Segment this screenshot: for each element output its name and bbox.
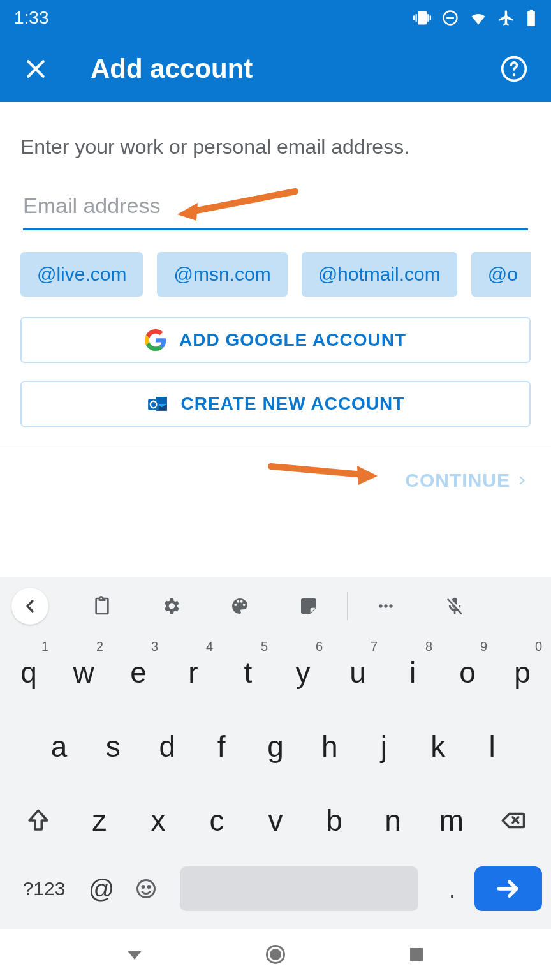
continue-label: CONTINUE xyxy=(405,470,510,491)
wifi-icon xyxy=(469,9,487,27)
status-icons xyxy=(413,9,537,27)
key-o[interactable]: 9o xyxy=(440,635,495,709)
key-v[interactable]: v xyxy=(246,783,305,858)
chip-outlook[interactable]: @o xyxy=(471,252,531,297)
svg-point-15 xyxy=(270,949,281,960)
svg-rect-16 xyxy=(410,948,423,961)
key-u[interactable]: 7u xyxy=(330,635,385,709)
space-key[interactable] xyxy=(180,866,418,911)
key-d[interactable]: d xyxy=(140,709,195,783)
palette-icon[interactable] xyxy=(205,587,274,625)
symbols-key[interactable]: ?123 xyxy=(9,866,79,911)
nav-back-button[interactable] xyxy=(121,940,149,969)
key-g[interactable]: g xyxy=(249,709,303,783)
at-key[interactable]: @ xyxy=(79,866,124,911)
page-title: Add account xyxy=(91,54,500,84)
email-input-wrap xyxy=(20,184,531,230)
battery-icon xyxy=(525,9,537,27)
svg-point-10 xyxy=(389,604,392,607)
kb-row-1: 1q2w3e4r5t6y7u8i9o0p xyxy=(0,635,551,709)
key-s[interactable]: s xyxy=(86,709,140,783)
key-t[interactable]: 5t xyxy=(221,635,276,709)
google-icon xyxy=(145,329,166,351)
key-y[interactable]: 6y xyxy=(276,635,330,709)
status-bar: 1:33 xyxy=(0,0,551,36)
chip-msn[interactable]: @msn.com xyxy=(157,252,287,297)
key-h[interactable]: h xyxy=(302,709,356,783)
main-content: Enter your work or personal email addres… xyxy=(0,102,551,516)
svg-point-3 xyxy=(513,73,515,76)
status-time: 1:33 xyxy=(14,8,49,28)
kb-row-3: zxcvbnm xyxy=(0,783,551,858)
svg-point-12 xyxy=(142,886,144,888)
kb-row-bottom: ?123 @ . xyxy=(0,861,551,916)
chevron-right-icon xyxy=(517,475,528,486)
create-account-button[interactable]: CREATE NEW ACCOUNT xyxy=(20,381,531,427)
key-q[interactable]: 1q xyxy=(1,635,56,709)
email-input[interactable] xyxy=(23,184,528,230)
more-icon[interactable] xyxy=(351,587,420,625)
continue-row: CONTINUE xyxy=(20,445,531,516)
svg-point-8 xyxy=(379,604,382,607)
app-header: Add account xyxy=(0,36,551,102)
svg-point-9 xyxy=(384,604,387,607)
prompt-text: Enter your work or personal email addres… xyxy=(20,135,531,159)
key-x[interactable]: x xyxy=(129,783,187,858)
key-k[interactable]: k xyxy=(411,709,465,783)
keyboard-toolbar xyxy=(0,577,551,635)
clipboard-icon[interactable] xyxy=(68,587,136,625)
add-google-button[interactable]: ADD GOOGLE ACCOUNT xyxy=(20,317,531,363)
sticker-icon[interactable] xyxy=(274,587,343,625)
enter-key[interactable] xyxy=(474,866,542,911)
key-m[interactable]: m xyxy=(422,783,481,858)
key-r[interactable]: 4r xyxy=(166,635,221,709)
key-e[interactable]: 3e xyxy=(111,635,166,709)
key-n[interactable]: n xyxy=(364,783,422,858)
vibrate-icon xyxy=(413,9,431,27)
mic-off-icon[interactable] xyxy=(420,587,489,625)
key-p[interactable]: 0p xyxy=(495,635,550,709)
airplane-icon xyxy=(497,9,515,27)
kb-separator xyxy=(347,592,348,620)
key-l[interactable]: l xyxy=(465,709,519,783)
key-b[interactable]: b xyxy=(305,783,364,858)
key-z[interactable]: z xyxy=(70,783,129,858)
kb-collapse-button[interactable] xyxy=(11,588,48,625)
nav-recent-button[interactable] xyxy=(402,940,430,969)
dnd-icon xyxy=(441,9,459,27)
chip-live[interactable]: @live.com xyxy=(20,252,143,297)
outlook-icon xyxy=(147,393,168,415)
domain-chips: @live.com @msn.com @hotmail.com @o xyxy=(20,252,531,297)
keyboard: 1q2w3e4r5t6y7u8i9o0p asdfghjkl zxcvbnm ?… xyxy=(0,577,551,929)
nav-home-button[interactable] xyxy=(261,940,290,969)
svg-point-11 xyxy=(138,880,155,898)
key-c[interactable]: c xyxy=(187,783,246,858)
create-button-label: CREATE NEW ACCOUNT xyxy=(181,394,405,414)
svg-point-13 xyxy=(148,886,150,888)
key-w[interactable]: 2w xyxy=(56,635,111,709)
gear-icon[interactable] xyxy=(136,587,205,625)
system-nav-bar xyxy=(0,929,551,980)
key-j[interactable]: j xyxy=(356,709,411,783)
backspace-key[interactable] xyxy=(481,783,545,858)
chip-hotmail[interactable]: @hotmail.com xyxy=(302,252,457,297)
shift-key[interactable] xyxy=(6,783,70,858)
period-key[interactable]: . xyxy=(430,866,474,911)
continue-button[interactable]: CONTINUE xyxy=(405,470,531,491)
help-icon[interactable] xyxy=(500,55,528,83)
close-icon[interactable] xyxy=(23,56,48,82)
kb-row-2: asdfghjkl xyxy=(0,709,551,783)
key-f[interactable]: f xyxy=(195,709,249,783)
key-a[interactable]: a xyxy=(32,709,86,783)
emoji-key[interactable] xyxy=(124,866,168,911)
google-button-label: ADD GOOGLE ACCOUNT xyxy=(179,330,406,350)
key-i[interactable]: 8i xyxy=(385,635,440,709)
